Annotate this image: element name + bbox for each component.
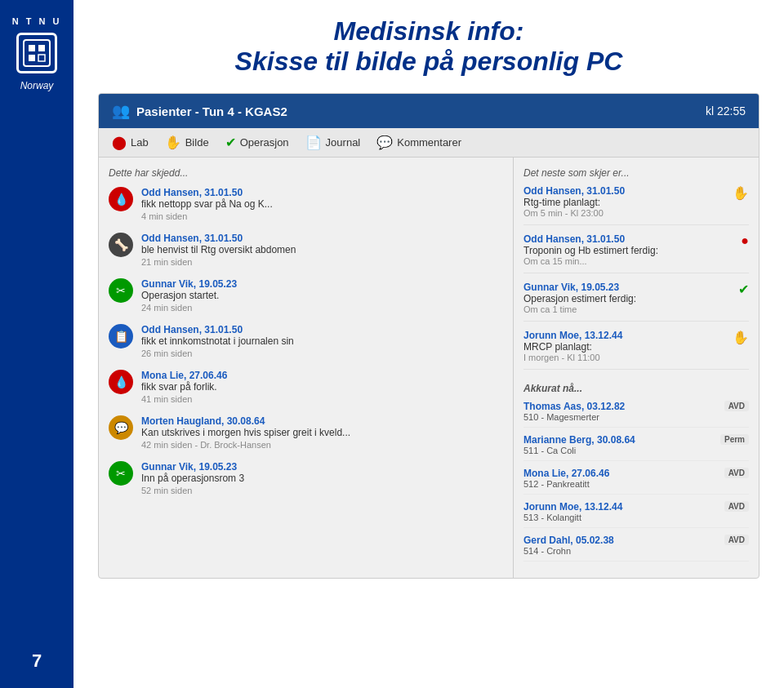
next-item-content: Gunnar Vik, 19.05.23 Operasjon estimert …: [523, 282, 636, 314]
next-time: Om 5 min - Kl 23:00: [523, 208, 625, 218]
activity-icon: 💧: [109, 187, 133, 211]
now-badge: AVD: [724, 501, 749, 512]
left-sidebar: N T N U Norway 7: [0, 0, 74, 688]
next-item: Jorunn Moe, 13.12.44 MRCP planlagt: I mo…: [523, 330, 749, 370]
activity-content: Gunnar Vik, 19.05.23 Operasjon startet. …: [141, 278, 237, 313]
now-title: Akkurat nå...: [523, 383, 749, 394]
activity-content: Gunnar Vik, 19.05.23 Inn på operasjonsro…: [141, 461, 244, 495]
now-room: 511 - Ca Coli: [523, 446, 635, 455]
activity-time: 24 min siden: [141, 303, 237, 313]
tab-kommentarer[interactable]: 💬 Kommentarer: [376, 135, 461, 150]
now-item: Marianne Berg, 30.08.64 511 - Ca Coli Pe…: [523, 434, 749, 461]
svg-rect-0: [24, 40, 50, 66]
activity-desc: fikk et innkomstnotat i journalen sin: [141, 335, 294, 347]
app-window: 👥 Pasienter - Tun 4 - KGAS2 kl 22:55 ⬤ L…: [98, 93, 760, 579]
now-item-info: Mona Lie, 27.06.46 512 - Pankreatitt: [523, 468, 609, 489]
tab-operasjon[interactable]: ✔ Operasjon: [225, 135, 289, 150]
now-item: Jorunn Moe, 13.12.44 513 - Kolangitt AVD: [523, 501, 749, 528]
now-patient: Gerd Dahl, 05.02.38: [523, 535, 614, 546]
next-patient: Jorunn Moe, 13.12.44: [523, 330, 622, 341]
now-room: 512 - Pankreatitt: [523, 479, 609, 489]
activity-desc: Kan utskrives i morgen hvis spiser greit…: [141, 427, 350, 438]
now-item: Mona Lie, 27.06.46 512 - Pankreatitt AVD: [523, 468, 749, 495]
tab-operasjon-label: Operasjon: [240, 136, 289, 149]
app-header-left: 👥 Pasienter - Tun 4 - KGAS2: [112, 102, 287, 120]
activity-icon: 🦴: [109, 233, 133, 257]
next-status-icon: ✋: [733, 185, 749, 201]
activity-patient: Gunnar Vik, 19.05.23: [141, 278, 237, 290]
now-item: Thomas Aas, 03.12.82 510 - Magesmerter A…: [523, 401, 749, 428]
now-badge: Perm: [720, 434, 749, 445]
activity-desc: Inn på operasjonsrom 3: [141, 473, 244, 484]
next-item: Odd Hansen, 31.01.50 Rtg-time planlagt: …: [523, 185, 749, 225]
next-item-content: Jorunn Moe, 13.12.44 MRCP planlagt: I mo…: [523, 330, 622, 362]
activity-icon: ✂: [109, 278, 133, 303]
right-panel: Det neste som skjer er... Odd Hansen, 31…: [514, 158, 759, 578]
now-patient: Marianne Berg, 30.08.64: [523, 434, 635, 446]
activity-time: 21 min siden: [141, 257, 296, 267]
activity-item: ✂ Gunnar Vik, 19.05.23 Inn på operasjons…: [109, 461, 503, 495]
now-item: Gerd Dahl, 05.02.38 514 - Crohn AVD: [523, 535, 749, 561]
activity-item: 📋 Odd Hansen, 31.01.50 fikk et innkomstn…: [109, 324, 503, 358]
next-desc: Troponin og Hb estimert ferdig:: [523, 245, 658, 256]
activity-content: Morten Haugland, 30.08.64 Kan utskrives …: [141, 415, 350, 450]
activity-content: Odd Hansen, 31.01.50 ble henvist til Rtg…: [141, 233, 296, 267]
activity-item: 💬 Morten Haugland, 30.08.64 Kan utskrive…: [109, 415, 503, 450]
next-desc: MRCP planlagt:: [523, 341, 622, 353]
title-line2: Skisse til bilde på personlig PC: [98, 47, 760, 77]
activity-item: 🦴 Odd Hansen, 31.01.50 ble henvist til R…: [109, 233, 503, 267]
now-room: 514 - Crohn: [523, 546, 614, 556]
now-item-info: Marianne Berg, 30.08.64 511 - Ca Coli: [523, 434, 635, 455]
next-patient: Odd Hansen, 31.01.50: [523, 185, 625, 197]
now-badge: AVD: [724, 468, 749, 478]
now-patient: Jorunn Moe, 13.12.44: [523, 501, 622, 513]
activity-patient: Mona Lie, 27.06.46: [141, 370, 227, 381]
ntnu-icon: [16, 33, 57, 73]
ntnu-label: N T N U: [12, 16, 62, 26]
next-section: Det neste som skjer er... Odd Hansen, 31…: [523, 167, 749, 370]
now-badge: AVD: [724, 401, 749, 411]
now-list: Thomas Aas, 03.12.82 510 - Magesmerter A…: [523, 401, 749, 561]
activity-time: 4 min siden: [141, 211, 273, 221]
now-room: 510 - Magesmerter: [523, 412, 625, 422]
now-badge: AVD: [724, 535, 749, 545]
tab-journal[interactable]: 📄 Journal: [305, 135, 361, 150]
activity-icon: 💬: [109, 415, 133, 440]
now-patient: Thomas Aas, 03.12.82: [523, 401, 625, 412]
tab-journal-label: Journal: [326, 136, 361, 149]
activity-patient: Odd Hansen, 31.01.50: [141, 233, 296, 244]
app-header-title: Pasienter - Tun 4 - KGAS2: [136, 104, 287, 118]
tab-lab[interactable]: ⬤ Lab: [112, 135, 149, 150]
activity-desc: ble henvist til Rtg oversikt abdomen: [141, 244, 296, 255]
left-panel: Dette har skjedd... 💧 Odd Hansen, 31.01.…: [99, 158, 514, 578]
next-item-content: Odd Hansen, 31.01.50 Rtg-time planlagt: …: [523, 185, 625, 218]
activity-desc: fikk svar på forlik.: [141, 381, 227, 393]
title-section: Medisinsk info: Skisse til bilde på pers…: [98, 16, 760, 77]
lab-icon: ⬤: [112, 135, 127, 150]
now-item-info: Jorunn Moe, 13.12.44 513 - Kolangitt: [523, 501, 622, 522]
next-time: Om ca 1 time: [523, 304, 636, 314]
next-time: Om ca 15 min...: [523, 256, 658, 266]
activity-icon: ✂: [109, 461, 133, 486]
activity-patient: Odd Hansen, 31.01.50: [141, 187, 273, 198]
now-item-info: Gerd Dahl, 05.02.38 514 - Crohn: [523, 535, 614, 556]
left-panel-title: Dette har skjedd...: [109, 167, 503, 179]
svg-rect-2: [38, 45, 45, 51]
activity-patient: Morten Haugland, 30.08.64: [141, 415, 350, 427]
activity-list: 💧 Odd Hansen, 31.01.50 fikk nettopp svar…: [109, 187, 503, 495]
activity-icon: 📋: [109, 324, 133, 348]
now-room: 513 - Kolangitt: [523, 513, 622, 522]
tab-bilde[interactable]: ✋ Bilde: [165, 135, 209, 150]
next-status-icon: ✋: [733, 330, 749, 345]
now-section: Akkurat nå... Thomas Aas, 03.12.82 510 -…: [523, 383, 749, 561]
tab-bilde-label: Bilde: [185, 136, 209, 149]
app-body: Dette har skjedd... 💧 Odd Hansen, 31.01.…: [99, 158, 759, 578]
slide-number: 7: [0, 650, 74, 672]
next-status-icon: ●: [741, 233, 749, 248]
activity-time: 52 min siden: [141, 486, 244, 495]
activity-item: 💧 Odd Hansen, 31.01.50 fikk nettopp svar…: [109, 187, 503, 221]
kommentarer-icon: 💬: [376, 135, 393, 150]
svg-rect-1: [29, 45, 35, 51]
activity-item: 💧 Mona Lie, 27.06.46 fikk svar på forlik…: [109, 370, 503, 404]
activity-content: Mona Lie, 27.06.46 fikk svar på forlik. …: [141, 370, 227, 404]
